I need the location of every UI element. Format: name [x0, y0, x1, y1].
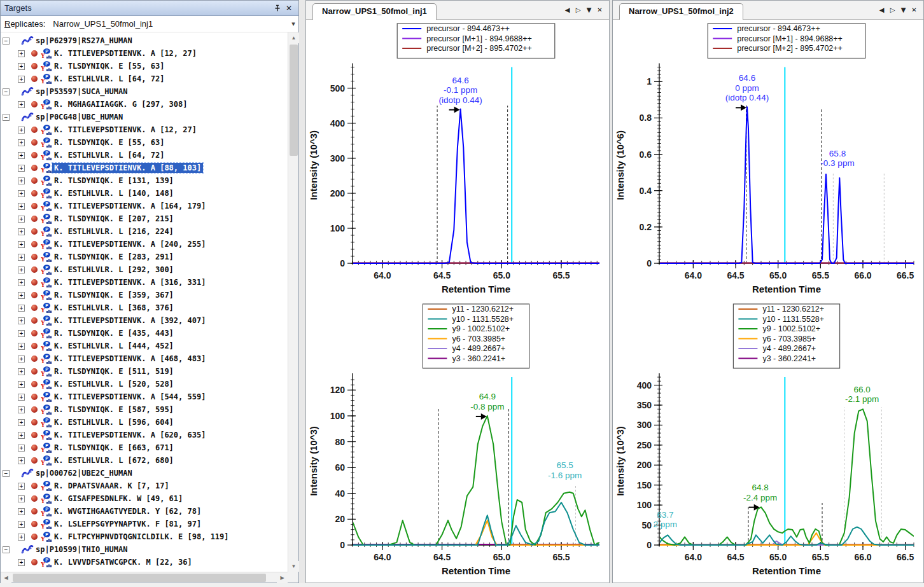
- expand-icon[interactable]: +: [18, 127, 25, 134]
- tree-item-protein[interactable]: −sp|O00762|UBE2C_HUMAN: [1, 467, 288, 480]
- collapse-icon[interactable]: −: [3, 88, 10, 95]
- expand-icon[interactable]: +: [18, 317, 25, 324]
- expand-icon[interactable]: +: [18, 305, 25, 312]
- tab-menu-icon[interactable]: ▼: [584, 6, 594, 13]
- chevron-down-icon[interactable]: ▾: [288, 20, 298, 28]
- tree-item-peptide[interactable]: +PYK. FLTPCYHPNVDTQGNICLDILK. E [98, 119…: [1, 530, 288, 543]
- tab-menu-icon[interactable]: ▼: [898, 6, 909, 13]
- expand-icon[interactable]: +: [18, 495, 25, 502]
- close-tab-icon[interactable]: ✕: [909, 6, 920, 13]
- expand-icon[interactable]: +: [18, 266, 25, 273]
- collapse-icon[interactable]: −: [3, 114, 10, 121]
- tree-item-peptide[interactable]: +PYK. ESTLHLVLR. L [596, 604]: [1, 416, 288, 429]
- expand-icon[interactable]: +: [18, 381, 25, 388]
- tree-item-peptide[interactable]: +PYK. TITLEVEPSDTIENVK. A [12, 27]: [1, 47, 288, 60]
- peak-annotation[interactable]: 65.8-0.3 ppm: [820, 149, 854, 168]
- tree-item-peptide[interactable]: +PYK. ESTLHLVLR. L [444, 452]: [1, 340, 288, 352]
- peak-annotation[interactable]: 64.60 ppm(idotp 0.44): [725, 73, 769, 111]
- peak-annotation[interactable]: 66.0-2.1 ppm: [845, 385, 879, 404]
- expand-icon[interactable]: +: [18, 368, 25, 375]
- tree-item-peptide[interactable]: +PYK. ESTLHLVLR. L [216, 224]: [1, 225, 288, 238]
- collapse-icon[interactable]: −: [3, 38, 10, 45]
- expand-icon[interactable]: +: [18, 190, 25, 197]
- tree-item-peptide[interactable]: +PYK. TITLEVEPSDTIENVK. A [240, 255]: [1, 238, 288, 251]
- tree-item-peptide[interactable]: +PYK. LVVVDFSATWCGPCK. M [22, 36]: [1, 556, 288, 569]
- tree-item-peptide[interactable]: +PYK. GISAFPESDNLFK. W [49, 61]: [1, 492, 288, 505]
- expand-icon[interactable]: +: [18, 521, 25, 528]
- tree-item-peptide[interactable]: +PYK. ESTLHLVLR. L [64, 72]: [1, 73, 288, 85]
- panel-splitter[interactable]: [299, 0, 305, 583]
- peak-annotation[interactable]: 64.8-2.4 ppm: [743, 483, 777, 511]
- peak-annotation[interactable]: 64.6-0.1 ppm(idotp 0.44): [438, 76, 482, 113]
- expand-icon[interactable]: +: [18, 50, 25, 57]
- fragment-chromatogram-inj1[interactable]: 64.064.565.065.5020406080100120Retention…: [307, 300, 608, 582]
- expand-icon[interactable]: +: [18, 534, 25, 541]
- tree-item-peptide[interactable]: +PYK. ESTLHLVLR. L [520, 528]: [1, 378, 288, 390]
- tree-item-peptide[interactable]: +PYR. TLSDYNIQK. E [435, 443]: [1, 327, 288, 340]
- tree-item-peptide[interactable]: +PYK. ESTLHLVLR. L [64, 72]: [1, 149, 288, 162]
- horizontal-scroll-thumb[interactable]: [13, 574, 266, 582]
- tree-item-peptide[interactable]: +PYK. TITLEVEPSDTIENVK. A [620, 635]: [1, 429, 288, 441]
- tree-item-peptide[interactable]: +PYK. TITLEVEPSDTIENVK. A [12, 27]: [1, 123, 288, 136]
- tree-item-peptide[interactable]: +PYR. TLSDYNIQK. E [55, 63]: [1, 136, 288, 149]
- replicates-dropdown[interactable]: Narrow_UPS1_50fmol_inj1 ▾: [50, 17, 298, 31]
- expand-icon[interactable]: +: [18, 254, 25, 261]
- fragment-chromatogram-inj2[interactable]: 64.064.565.065.566.066.50501001502002503…: [613, 300, 923, 582]
- tree-item-protein[interactable]: −sp|P10599|THIO_HUMAN: [1, 543, 288, 556]
- expand-icon[interactable]: +: [18, 279, 25, 286]
- expand-icon[interactable]: +: [18, 63, 25, 70]
- expand-icon[interactable]: +: [18, 406, 25, 413]
- scroll-tabs-left-icon[interactable]: ◀: [876, 6, 887, 13]
- close-icon[interactable]: ✕: [283, 3, 295, 14]
- tree-item-peptide[interactable]: +PYK. TITLEVEPSDTIENVK. A [468, 483]: [1, 352, 288, 365]
- expand-icon[interactable]: +: [18, 508, 25, 515]
- tree-item-peptide[interactable]: +PYR. DPAATSVAAAR. K [7, 17]: [1, 480, 288, 492]
- expand-icon[interactable]: +: [18, 419, 25, 426]
- scroll-tabs-right-icon[interactable]: ▷: [887, 6, 898, 13]
- tree-item-peptide[interactable]: +PYK. ESTLHLVLR. L [292, 300]: [1, 263, 288, 276]
- tree-item-peptide[interactable]: +PYR. TLSDYNIQK. E [55, 63]: [1, 60, 288, 73]
- precursor-chromatogram-inj2[interactable]: 64.064.565.065.566.066.500.20.40.60.81Re…: [613, 20, 923, 300]
- scroll-right-icon[interactable]: ▶: [277, 572, 288, 583]
- expand-icon[interactable]: +: [18, 152, 25, 159]
- precursor-chromatogram-inj1[interactable]: 64.064.565.065.50100200300400500Retentio…: [307, 20, 608, 300]
- tree-item-peptide[interactable]: +PYK. ESTLHLVLR. L [140, 148]: [1, 187, 288, 200]
- expand-icon[interactable]: +: [18, 101, 25, 108]
- tree-item-peptide[interactable]: +PYK. TITLEVEPSDTIENVK. A [392, 407]: [1, 314, 288, 327]
- scroll-left-icon[interactable]: ◀: [1, 572, 11, 583]
- tree-item-peptide[interactable]: +PYR. TLSDYNIQK. E [359, 367]: [1, 289, 288, 301]
- scroll-up-icon[interactable]: ▲: [288, 32, 299, 43]
- pin-icon[interactable]: [272, 3, 283, 14]
- tree-item-peptide[interactable]: +PYK. WVGTIHGAAGTVYEDLR. Y [62, 78]: [1, 505, 288, 518]
- expand-icon[interactable]: +: [18, 343, 25, 350]
- tab-inj1[interactable]: Narrow_UPS1_50fmol_inj1: [312, 3, 437, 20]
- expand-icon[interactable]: +: [18, 177, 25, 184]
- tree-item-peptide[interactable]: +PYK. ESTLHLVLR. L [672, 680]: [1, 454, 288, 467]
- expand-icon[interactable]: +: [18, 76, 25, 83]
- expand-icon[interactable]: +: [18, 203, 25, 210]
- collapse-icon[interactable]: −: [3, 546, 10, 553]
- tree-item-protein[interactable]: −sp|P0CG48|UBC_HUMAN: [1, 111, 288, 123]
- tree-item-peptide[interactable]: +PYR. TLSDYNIQK. E [131, 139]: [1, 174, 288, 187]
- tree-item-peptide[interactable]: +PYK. TITLEVEPSDTIENVK. A [88, 103]: [1, 162, 288, 174]
- expand-icon[interactable]: +: [18, 445, 25, 452]
- tree-item-peptide[interactable]: +PYR. TLSDYNIQK. E [283, 291]: [1, 251, 288, 263]
- expand-icon[interactable]: +: [18, 216, 25, 223]
- close-tab-icon[interactable]: ✕: [594, 6, 605, 13]
- tree-item-peptide[interactable]: +PYR. TLSDYNIQK. E [587, 595]: [1, 403, 288, 416]
- tree-item-peptide[interactable]: +PYK. TITLEVEPSDTIENVK. A [316, 331]: [1, 276, 288, 289]
- tab-inj2[interactable]: Narrow_UPS1_50fmol_inj2: [619, 3, 743, 20]
- scroll-down-icon[interactable]: ▼: [288, 561, 299, 572]
- peak-annotation[interactable]: 63.72 ppm: [654, 510, 678, 530]
- expand-icon[interactable]: +: [18, 483, 25, 490]
- collapse-icon[interactable]: −: [3, 470, 10, 477]
- peak-annotation[interactable]: 65.5-1.6 ppm: [548, 460, 582, 480]
- expand-icon[interactable]: +: [18, 292, 25, 299]
- expand-icon[interactable]: +: [18, 139, 25, 146]
- tree-item-peptide[interactable]: +PYR. TLSDYNIQK. E [207, 215]: [1, 212, 288, 225]
- expand-icon[interactable]: +: [18, 356, 25, 363]
- expand-icon[interactable]: +: [18, 394, 25, 401]
- tree-horizontal-scrollbar[interactable]: ◀ ▶: [1, 572, 288, 583]
- tree-item-peptide[interactable]: +PYK. TITLEVEPSDTIENVK. A [164, 179]: [1, 200, 288, 212]
- scroll-tabs-right-icon[interactable]: ▷: [573, 6, 584, 13]
